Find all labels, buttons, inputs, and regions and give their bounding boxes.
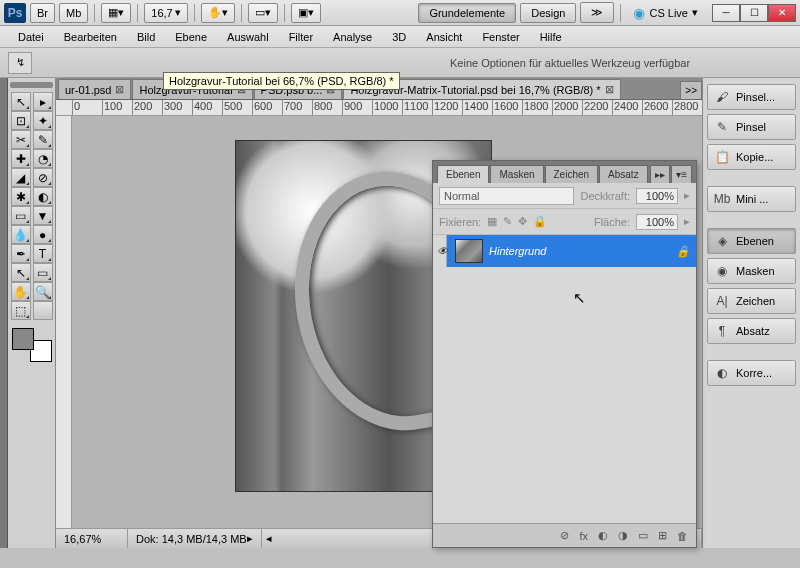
blend-mode-select[interactable]: Normal [439,187,574,205]
current-tool-icon[interactable]: ↯ [8,52,32,74]
tool-button[interactable]: ✱ [11,187,31,206]
close-icon[interactable]: ⊠ [115,83,124,96]
chevron-icon[interactable]: ▸ [684,189,690,202]
group-icon[interactable]: ▭ [638,529,648,542]
lock-transparency-icon[interactable]: ▦ [487,215,497,228]
arrange-button[interactable]: ▭▾ [248,3,278,23]
doc-tab[interactable]: ur-01.psd⊠ [58,79,131,99]
tool-button[interactable]: ◐ [33,187,53,206]
opacity-label: Deckkraft: [580,190,630,202]
layer-row[interactable]: 👁 Hintergrund 🔒 [433,235,696,267]
tool-button[interactable]: ✚ [11,149,31,168]
menu-fenster[interactable]: Fenster [472,28,529,46]
panel-button[interactable]: MbMini ... [707,186,796,212]
panel-collapse-icon[interactable]: ▸▸ [650,165,670,183]
visibility-icon[interactable]: 👁 [433,235,447,267]
tool-button[interactable]: ◢ [11,168,31,187]
workspace-primary[interactable]: Grundelemente [418,3,516,23]
tool-button[interactable]: ▼ [33,206,53,225]
tool-button[interactable]: ⬚ [11,301,31,320]
close-icon[interactable]: ⊠ [605,83,614,96]
minimize-button[interactable]: ─ [712,4,740,22]
maximize-button[interactable]: ☐ [740,4,768,22]
lock-all-icon[interactable]: 🔒 [533,215,547,228]
panel-tab-ebenen[interactable]: Ebenen [437,165,489,183]
ruler-vertical[interactable] [56,116,72,528]
fill-value[interactable]: 100% [636,214,678,230]
zoom-level[interactable]: 16,7 ▾ [144,3,187,23]
menu-analyse[interactable]: Analyse [323,28,382,46]
panel-button[interactable]: ✎Pinsel [707,114,796,140]
tool-button[interactable]: ↖ [11,92,31,111]
tool-button[interactable]: ✂ [11,130,31,149]
panel-button[interactable]: ¶Absatz [707,318,796,344]
tool-button[interactable]: ⊘ [33,168,53,187]
panel-button[interactable]: A|Zeichen [707,288,796,314]
tool-button[interactable]: ✒ [11,244,31,263]
layers-panel[interactable]: Ebenen Masken Zeichen Absatz ▸▸ ▾≡ Norma… [432,160,697,548]
mask-icon[interactable]: ◐ [598,529,608,542]
menu-3d[interactable]: 3D [382,28,416,46]
layer-thumbnail[interactable] [455,239,483,263]
menu-ebene[interactable]: Ebene [165,28,217,46]
tool-button[interactable]: ✦ [33,111,53,130]
chevron-icon[interactable]: ▸ [684,215,690,228]
tabs-overflow[interactable]: >> [680,81,702,99]
left-dock-well[interactable] [0,78,8,548]
tool-button[interactable]: 🔍 [33,282,53,301]
tool-button[interactable]: ▭ [11,206,31,225]
panel-button[interactable]: ◉Masken [707,258,796,284]
menu-ansicht[interactable]: Ansicht [416,28,472,46]
layer-name[interactable]: Hintergrund [489,245,546,257]
bridge-button[interactable]: Br [30,3,55,23]
close-button[interactable]: ✕ [768,4,796,22]
fx-icon[interactable]: fx [579,530,588,542]
color-swatches[interactable] [12,328,52,362]
panel-button[interactable]: ◐Korre... [707,360,796,386]
opacity-value[interactable]: 100% [636,188,678,204]
screenmode-button[interactable]: ▣▾ [291,3,321,23]
status-docsize[interactable]: Dok: 14,3 MB/14,3 MB ▸ [128,529,262,548]
menu-filter[interactable]: Filter [279,28,323,46]
new-layer-icon[interactable]: ⊞ [658,529,667,542]
ruler-horizontal[interactable]: 0100200300400500600700800900100011001200… [56,100,702,116]
panel-button[interactable]: 📋Kopie... [707,144,796,170]
panel-tab-zeichen[interactable]: Zeichen [545,165,599,183]
cslive-button[interactable]: ◉ CS Live ▾ [633,5,698,21]
workspace-more[interactable]: ≫ [580,2,614,23]
tool-button[interactable]: ✎ [33,130,53,149]
tool-button[interactable]: T [33,244,53,263]
status-zoom[interactable]: 16,67% [56,529,128,548]
tool-button[interactable] [33,301,53,320]
tool-button[interactable]: ◔ [33,149,53,168]
tool-button[interactable]: 💧 [11,225,31,244]
menu-hilfe[interactable]: Hilfe [530,28,572,46]
trash-icon[interactable]: 🗑 [677,530,688,542]
panel-button[interactable]: ◈Ebenen [707,228,796,254]
panel-menu-icon[interactable]: ▾≡ [671,165,692,183]
tool-button[interactable]: ⊡ [11,111,31,130]
lock-move-icon[interactable]: ✥ [518,215,527,228]
panel-button[interactable]: 🖌Pinsel... [707,84,796,110]
tool-button[interactable]: ▭ [33,263,53,282]
minibridge-button[interactable]: Mb [59,3,88,23]
layers-list[interactable]: 👁 Hintergrund 🔒 ↖ [433,235,696,523]
fg-color-swatch[interactable] [12,328,34,350]
panel-tab-absatz[interactable]: Absatz [599,165,648,183]
menu-bearbeiten[interactable]: Bearbeiten [54,28,127,46]
tool-button[interactable]: ↖ [11,263,31,282]
workspace-secondary[interactable]: Design [520,3,576,23]
panel-tab-masken[interactable]: Masken [490,165,543,183]
lock-paint-icon[interactable]: ✎ [503,215,512,228]
tool-button[interactable]: ✋ [11,282,31,301]
menu-bild[interactable]: Bild [127,28,165,46]
view-extras-button[interactable]: ▦▾ [101,3,131,23]
link-icon[interactable]: ⊘ [560,529,569,542]
hand-button[interactable]: ✋▾ [201,3,235,23]
menu-datei[interactable]: Datei [8,28,54,46]
menu-auswahl[interactable]: Auswahl [217,28,279,46]
tool-button[interactable]: ▸ [33,92,53,111]
adjustment-icon[interactable]: ◑ [618,529,628,542]
toolbox-grip[interactable] [10,82,53,88]
tool-button[interactable]: ● [33,225,53,244]
